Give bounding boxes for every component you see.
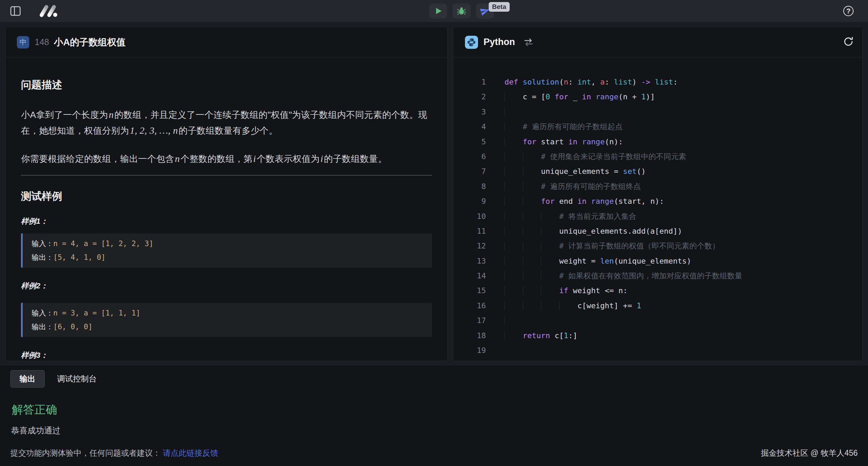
code-line[interactable]: if __name__ == '__main__': [504, 358, 742, 361]
result-subtitle: 恭喜成功通过 [11, 425, 868, 436]
editor-panel: Python 1234567891011121314151617181920 d… [453, 27, 862, 361]
tab-output[interactable]: 输出 [10, 370, 45, 388]
line-number: 9 [453, 194, 486, 209]
line-number: 16 [453, 298, 486, 313]
line-number: 2 [453, 89, 486, 104]
play-icon [434, 7, 442, 15]
panel-toggle-icon[interactable] [10, 6, 21, 16]
line-number: 13 [453, 254, 486, 268]
line-number: 17 [453, 313, 486, 328]
difficulty-badge: 中 [17, 36, 29, 48]
description-heading: 问题描述 [21, 78, 432, 92]
sample-2-input: 输入：n = 3, a = [1, 1, 1] [32, 306, 423, 320]
toolbar-actions: Beta [429, 3, 494, 19]
console-tabs: 输出 调试控制台 [0, 365, 868, 388]
code-line[interactable]: # 将当前元素加入集合 [504, 209, 742, 224]
code-lines: def solution(n: int, a: list) -> list: c… [504, 75, 742, 361]
line-number: 10 [453, 209, 486, 224]
line-number: 14 [453, 268, 486, 283]
samples-heading: 测试样例 [21, 189, 432, 203]
line-number: 3 [453, 104, 486, 119]
logo[interactable] [39, 5, 58, 17]
line-number: 20 [453, 358, 486, 361]
line-number: 6 [453, 149, 486, 164]
sample-1-output: 输出：[5, 4, 1, 0] [32, 251, 423, 264]
line-number: 7 [453, 164, 486, 179]
result-title: 解答正确 [12, 402, 868, 418]
code-line[interactable]: c[weight] += 1 [504, 298, 742, 313]
sample-2-label: 样例2： [21, 281, 432, 290]
problem-description: 问题描述 小A拿到了一个长度为n的数组，并且定义了一个连续子数组的"权值"为该子… [6, 57, 447, 361]
code-line[interactable]: for start in range(n): [504, 134, 742, 149]
code-line[interactable]: # 如果权值在有效范围内，增加对应权值的子数组数量 [504, 268, 742, 283]
switch-language-icon[interactable] [523, 38, 534, 46]
code-line[interactable]: def solution(n: int, a: list) -> list: [504, 75, 742, 89]
line-number-gutter: 1234567891011121314151617181920 [453, 75, 486, 361]
code-line[interactable]: unique_elements = set() [504, 164, 742, 179]
line-number: 8 [453, 179, 486, 194]
code-line[interactable]: return c[1:] [504, 328, 742, 343]
line-number: 15 [453, 283, 486, 298]
console-panel: 输出 调试控制台 解答正确 恭喜成功通过 提交功能内测体验中，任何问题或者建议：… [0, 365, 868, 466]
console-footer: 提交功能内测体验中，任何问题或者建议： 请点此链接反馈 掘金技术社区 @ 牧羊人… [10, 448, 858, 458]
author-credit: 掘金技术社区 @ 牧羊人456 [761, 448, 858, 458]
line-number: 5 [453, 134, 486, 149]
beta-badge: Beta [489, 2, 510, 12]
problem-title: 小A的子数组权值 [54, 36, 126, 48]
topbar: Beta ? [0, 0, 868, 22]
code-line[interactable]: unique_elements.add(a[end]) [504, 224, 742, 238]
refresh-icon[interactable] [843, 36, 854, 47]
code-editor[interactable]: 1234567891011121314151617181920 def solu… [453, 57, 862, 361]
bug-icon [457, 7, 466, 15]
help-icon[interactable]: ? [843, 6, 854, 16]
code-line[interactable]: weight = len(unique_elements) [504, 254, 742, 268]
line-number: 19 [453, 343, 486, 358]
feedback-note: 提交功能内测体验中，任何问题或者建议： 请点此链接反馈 [10, 448, 218, 458]
description-paragraph-1: 小A拿到了一个长度为n的数组，并且定义了一个连续子数组的"权值"为该子数组内不同… [21, 107, 432, 138]
run-button[interactable] [429, 3, 447, 19]
code-line[interactable]: # 使用集合来记录当前子数组中的不同元素 [504, 149, 742, 164]
editor-header: Python [453, 27, 862, 57]
code-line[interactable]: # 遍历所有可能的子数组终点 [504, 179, 742, 194]
debug-button[interactable] [453, 3, 470, 19]
sample-1-block: 输入：n = 4, a = [1, 2, 2, 3] 输出：[5, 4, 1, … [21, 233, 432, 268]
language-label: Python [484, 37, 515, 47]
code-line[interactable]: # 遍历所有可能的子数组起点 [504, 119, 742, 134]
code-line[interactable]: c = [0 for _ in range(n + 1)] [504, 89, 742, 104]
problem-id: 148 [35, 37, 49, 47]
code-line[interactable] [504, 343, 742, 358]
code-line[interactable] [504, 313, 742, 328]
divider [21, 175, 432, 176]
code-line[interactable]: # 计算当前子数组的权值（即不同元素的个数） [504, 238, 742, 253]
sample-2-block: 输入：n = 3, a = [1, 1, 1] 输出：[6, 0, 0] [21, 303, 432, 337]
submit-button[interactable]: Beta [476, 3, 494, 19]
line-number: 18 [453, 328, 486, 343]
line-number: 11 [453, 224, 486, 238]
sample-1-label: 样例1： [21, 217, 432, 226]
sample-1-input: 输入：n = 4, a = [1, 2, 2, 3] [32, 237, 423, 251]
line-number: 4 [453, 119, 486, 134]
line-number: 1 [453, 75, 486, 89]
problem-panel: 中 148 小A的子数组权值 问题描述 小A拿到了一个长度为n的数组，并且定义了… [6, 27, 447, 361]
line-number: 12 [453, 238, 486, 253]
tab-debug-console[interactable]: 调试控制台 [55, 370, 99, 387]
code-line[interactable]: if weight <= n: [504, 283, 742, 298]
code-line[interactable] [504, 104, 742, 119]
code-line[interactable]: for end in range(start, n): [504, 194, 742, 209]
python-icon [465, 36, 478, 49]
sample-2-output: 输出：[6, 0, 0] [32, 320, 423, 334]
sample-3-label: 样例3： [21, 351, 432, 360]
feedback-link[interactable]: 请点此链接反馈 [163, 448, 218, 457]
description-paragraph-2: 你需要根据给定的数组，输出一个包含n个整数的数组，第i个数表示权值为i的子数组数… [21, 151, 432, 167]
problem-header: 中 148 小A的子数组权值 [6, 27, 447, 57]
